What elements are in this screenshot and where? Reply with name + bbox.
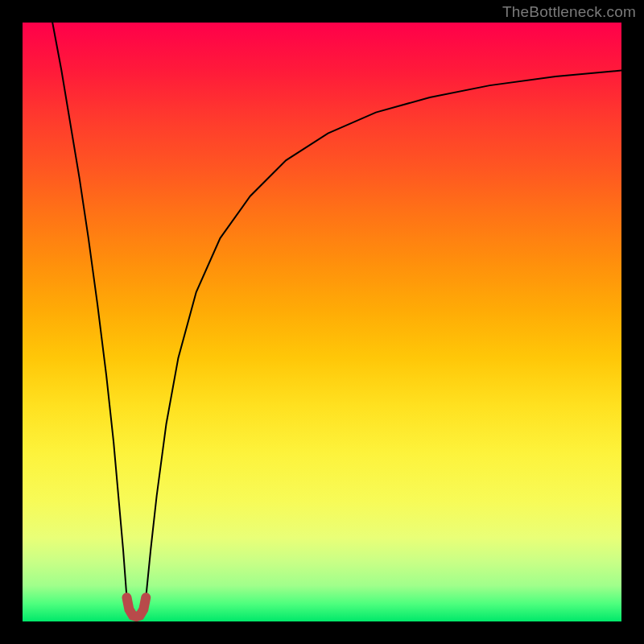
curve-right-branch xyxy=(146,71,621,598)
curve-layer xyxy=(23,23,621,621)
curve-left-branch xyxy=(52,23,126,597)
plot-area xyxy=(23,23,621,621)
watermark-text: TheBottleneck.com xyxy=(502,3,636,21)
curve-min-bump xyxy=(126,597,146,617)
chart-frame: TheBottleneck.com xyxy=(0,0,644,644)
